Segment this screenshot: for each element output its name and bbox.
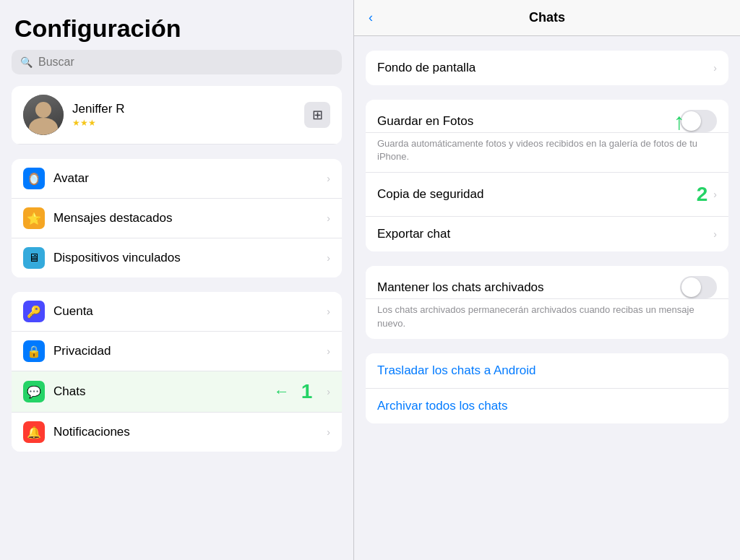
menu-group-2: 🔑 Cuenta › 🔒 Privacidad › 💬 Chats ← 1 › … bbox=[12, 292, 342, 452]
qr-button[interactable]: ⊞ bbox=[304, 102, 330, 128]
right-section-2: Guardar en Fotos Guarda automáticamente … bbox=[366, 100, 728, 251]
exportar-chevron: › bbox=[713, 228, 717, 240]
qr-icon: ⊞ bbox=[312, 107, 323, 123]
exportar-label: Exportar chat bbox=[377, 227, 713, 241]
fondo-item[interactable]: Fondo de pantalla › bbox=[366, 51, 728, 85]
profile-row[interactable]: Jeniffer R ★★★ ⊞ bbox=[12, 86, 342, 145]
search-input[interactable] bbox=[38, 56, 333, 69]
right-section-4: Trasladar los chats a Android Archivar t… bbox=[366, 353, 728, 423]
mantener-label: Mantener los chats archivados bbox=[377, 280, 680, 295]
sidebar-item-dispositivos[interactable]: 🖥 Dispositivos vinculados › bbox=[12, 238, 342, 277]
guardar-sub-text: Guarda automáticamente fotos y videos re… bbox=[366, 133, 728, 172]
back-button[interactable]: ‹ bbox=[369, 10, 373, 25]
menu-label-chats: Chats bbox=[53, 384, 265, 399]
annotation-arrow-left: ← bbox=[274, 382, 290, 401]
notificaciones-icon: 🔔 bbox=[23, 421, 45, 443]
trasladar-item[interactable]: Trasladar los chats a Android bbox=[366, 353, 728, 389]
menu-label-privacidad: Privacidad bbox=[53, 344, 318, 358]
avatar-icon: 🪞 bbox=[23, 168, 45, 189]
right-header: ‹ Chats bbox=[354, 0, 740, 36]
back-icon: ‹ bbox=[369, 10, 373, 25]
left-panel: Configuración 🔍 Jeniffer R ★★★ ⊞ 🪞 Avata… bbox=[0, 0, 354, 560]
mantener-toggle[interactable] bbox=[680, 276, 717, 298]
chevron-icon-notificaciones: › bbox=[327, 426, 330, 438]
menu-label-cuenta: Cuenta bbox=[53, 304, 318, 319]
profile-stars: ★★★ bbox=[72, 118, 296, 128]
dispositivos-icon: 🖥 bbox=[23, 247, 45, 269]
trasladar-label: Trasladar los chats a Android bbox=[377, 363, 717, 378]
annotation-number-2: 2 bbox=[697, 183, 708, 206]
right-section-3: Mantener los chats archivados Los chats … bbox=[366, 266, 728, 338]
sidebar-item-privacidad[interactable]: 🔒 Privacidad › bbox=[12, 332, 342, 371]
annotation-arrow-up: ↑ bbox=[674, 110, 685, 133]
sidebar-item-chats[interactable]: 💬 Chats ← 1 › bbox=[12, 371, 342, 413]
right-header-title: Chats bbox=[529, 10, 565, 25]
archivar-item[interactable]: Archivar todos los chats bbox=[366, 389, 728, 423]
chats-icon: 💬 bbox=[23, 381, 45, 402]
annotation-number-1: 1 bbox=[301, 380, 313, 403]
menu-label-avatar: Avatar bbox=[53, 171, 318, 186]
chevron-icon-chats: › bbox=[327, 386, 330, 397]
copia-label: Copia de seguridad bbox=[377, 187, 697, 202]
cuenta-icon: 🔑 bbox=[23, 301, 45, 322]
search-bar[interactable]: 🔍 bbox=[12, 50, 342, 74]
fondo-label: Fondo de pantalla bbox=[377, 61, 713, 75]
avatar bbox=[23, 95, 64, 135]
chevron-icon-dispositivos: › bbox=[327, 252, 330, 264]
privacidad-icon: 🔒 bbox=[23, 340, 45, 362]
profile-name: Jeniffer R bbox=[72, 102, 296, 116]
menu-label-dispositivos: Dispositivos vinculados bbox=[53, 251, 318, 265]
mensajes-icon: ⭐ bbox=[23, 207, 45, 229]
sidebar-item-avatar[interactable]: 🪞 Avatar › bbox=[12, 159, 342, 199]
sidebar-item-mensajes[interactable]: ⭐ Mensajes destacados › bbox=[12, 199, 342, 238]
page-title: Configuración bbox=[0, 0, 353, 50]
chevron-icon-avatar: › bbox=[327, 173, 330, 184]
exportar-item[interactable]: Exportar chat › bbox=[366, 217, 728, 251]
menu-label-mensajes: Mensajes destacados bbox=[53, 211, 318, 225]
profile-info: Jeniffer R ★★★ bbox=[72, 102, 296, 128]
guardar-label: Guardar en Fotos bbox=[377, 114, 680, 129]
fondo-chevron: › bbox=[713, 62, 717, 74]
sidebar-item-notificaciones[interactable]: 🔔 Notificaciones › bbox=[12, 413, 342, 452]
copia-chevron: › bbox=[713, 189, 717, 200]
archivar-label: Archivar todos los chats bbox=[377, 399, 717, 413]
right-panel: ‹ Chats Fondo de pantalla › Guardar en F… bbox=[354, 0, 740, 560]
copia-item[interactable]: Copia de seguridad 2 › bbox=[366, 172, 728, 217]
chevron-icon-privacidad: › bbox=[327, 345, 330, 357]
chevron-icon-cuenta: › bbox=[327, 306, 330, 317]
guardar-toggle[interactable] bbox=[680, 110, 717, 132]
annotation-arrow-up-container: ↑ bbox=[674, 110, 685, 133]
search-icon: 🔍 bbox=[20, 56, 33, 68]
right-section-1: Fondo de pantalla › bbox=[366, 51, 728, 85]
sidebar-item-cuenta[interactable]: 🔑 Cuenta › bbox=[12, 292, 342, 332]
mantener-sub-text: Los chats archivados permanecerán archiv… bbox=[366, 299, 728, 338]
mantener-item[interactable]: Mantener los chats archivados bbox=[366, 266, 728, 299]
menu-group-1: 🪞 Avatar › ⭐ Mensajes destacados › 🖥 Dis… bbox=[12, 159, 342, 277]
profile-section: Jeniffer R ★★★ ⊞ bbox=[12, 86, 342, 145]
menu-label-notificaciones: Notificaciones bbox=[53, 425, 318, 439]
chevron-icon-mensajes: › bbox=[327, 212, 330, 224]
